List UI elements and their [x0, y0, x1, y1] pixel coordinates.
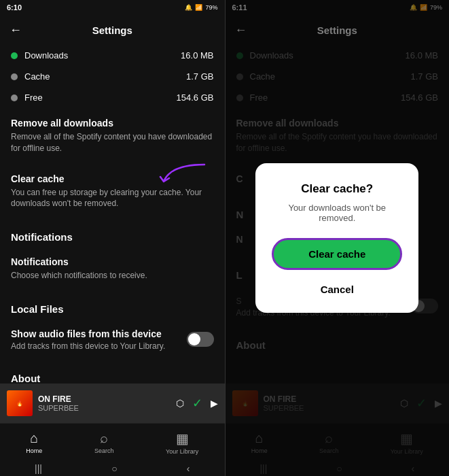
- page-title-left: Settings: [92, 24, 132, 36]
- settings-content-left: Downloads 16.0 MB Cache 1.7 GB Free 154.…: [0, 45, 225, 384]
- clear-cache-desc: You can free up storage by clearing your…: [11, 187, 214, 210]
- dot-free: [11, 95, 18, 101]
- remove-downloads-title: Remove all downloads: [11, 118, 214, 129]
- clear-cache-title: Clear cache: [11, 173, 214, 184]
- search-icon-left: ⌕: [100, 430, 108, 446]
- clear-cache-dialog: Clear cache? Your downloads won't be rem…: [255, 163, 418, 313]
- nav-library-left[interactable]: ▦ Your Library: [166, 430, 198, 455]
- dialog-cancel-button[interactable]: Cancel: [321, 279, 354, 299]
- gesture-back-left: ‹: [187, 463, 190, 474]
- cast-icon-left[interactable]: ⬡: [176, 398, 184, 409]
- value-cache: 1.7 GB: [186, 71, 213, 82]
- local-files-item[interactable]: Show audio files from this device Add tr…: [11, 319, 214, 360]
- notifications-item[interactable]: Notifications Choose which notifications…: [11, 247, 214, 291]
- remove-downloads-desc: Remove all of the Spotify content you ha…: [11, 131, 214, 154]
- notifications-desc: Choose which notifications to receive.: [11, 270, 214, 282]
- mini-artist-left: SUPERBEE: [38, 404, 170, 412]
- dot-downloads: [11, 52, 18, 59]
- label-free: Free: [24, 92, 177, 103]
- notification-icon: 🔔: [185, 4, 192, 11]
- gesture-menu-left: |||: [35, 463, 42, 474]
- dialog-title: Clear cache?: [272, 182, 402, 196]
- bottom-nav-left: ⌂ Home ⌕ Search ▦ Your Library: [0, 423, 225, 461]
- mini-title-left: ON FIRE: [38, 394, 170, 404]
- mini-player-left[interactable]: 🔥 ON FIRE SUPERBEE ⬡ ✓ ▶: [0, 384, 225, 423]
- status-icons-left: 🔔 📶 79%: [185, 4, 217, 11]
- notifications-title: Notifications: [11, 256, 214, 267]
- back-button-left[interactable]: ←: [10, 23, 22, 37]
- dot-cache: [11, 73, 18, 80]
- nav-search-left[interactable]: ⌕ Search: [94, 430, 114, 454]
- home-icon-left: ⌂: [30, 430, 38, 446]
- mini-info-left: ON FIRE SUPERBEE: [38, 394, 170, 412]
- gesture-home-left: ○: [111, 463, 117, 474]
- local-files-info: Show audio files from this device Add tr…: [11, 328, 165, 351]
- mini-controls-left: ⬡ ✓ ▶: [176, 396, 218, 411]
- storage-row-free: Free 154.6 GB: [11, 87, 214, 108]
- signal-icon: 📶: [195, 4, 202, 11]
- header-left: ← Settings: [0, 15, 225, 45]
- value-free: 154.6 GB: [177, 92, 214, 103]
- clear-cache-item[interactable]: Clear cache You can free up storage by c…: [11, 164, 214, 220]
- check-icon-left[interactable]: ✓: [192, 396, 202, 411]
- time-left: 6:10: [7, 3, 22, 12]
- section-notifications: Notifications: [11, 219, 214, 247]
- battery-left: 79%: [205, 4, 217, 11]
- dialog-desc: Your downloads won't be removed.: [272, 203, 402, 223]
- home-label-left: Home: [26, 447, 42, 454]
- nav-home-left[interactable]: ⌂ Home: [26, 430, 42, 454]
- search-label-left: Search: [94, 447, 114, 454]
- storage-row-cache: Cache 1.7 GB: [11, 66, 214, 87]
- local-files-title: Show audio files from this device: [11, 328, 165, 339]
- remove-downloads-item[interactable]: Remove all downloads Remove all of the S…: [11, 108, 214, 164]
- local-files-toggle[interactable]: [187, 332, 214, 347]
- play-icon-left[interactable]: ▶: [211, 398, 218, 409]
- library-label-left: Your Library: [166, 448, 198, 455]
- local-files-desc: Add tracks from this device to Your Libr…: [11, 341, 165, 351]
- gesture-bar-left: ||| ○ ‹: [0, 461, 225, 476]
- label-downloads: Downloads: [24, 50, 181, 61]
- left-panel: 6:10 🔔 📶 79% ← Settings Downloads 16.0 M…: [0, 0, 225, 476]
- label-cache: Cache: [24, 71, 186, 82]
- right-panel: 6:11 🔔 📶 79% ← Settings Downloads 16.0 M…: [225, 0, 450, 476]
- section-about: About: [11, 360, 214, 384]
- dialog-confirm-button[interactable]: Clear cache: [272, 238, 402, 270]
- dialog-overlay: Clear cache? Your downloads won't be rem…: [226, 0, 450, 476]
- section-local-files: Local Files: [11, 291, 214, 319]
- library-icon-left: ▦: [176, 430, 189, 447]
- status-bar-left: 6:10 🔔 📶 79%: [0, 0, 225, 15]
- storage-row-downloads: Downloads 16.0 MB: [11, 45, 214, 66]
- value-downloads: 16.0 MB: [181, 50, 213, 61]
- album-art-left: 🔥: [7, 390, 33, 416]
